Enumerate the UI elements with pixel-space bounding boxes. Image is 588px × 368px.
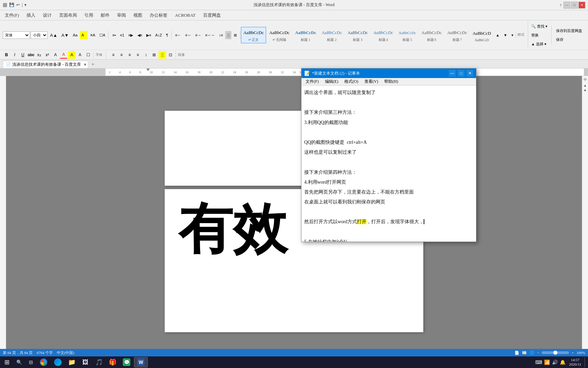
- view-reading[interactable]: 📰: [522, 351, 527, 355]
- underline-button[interactable]: U: [19, 51, 27, 59]
- style-heading3[interactable]: AaBbCcDc 标题 3: [345, 27, 370, 43]
- notepad-content[interactable]: 调出这个界面，就可以随意复制了 接下来介绍第三种方法： 3.利用QQ的截图功能 …: [301, 86, 476, 242]
- indent-marker[interactable]: [146, 68, 150, 71]
- menu-design[interactable]: 设计: [39, 12, 55, 19]
- highlight-color-button[interactable]: A: [68, 51, 76, 59]
- close-button[interactable]: ✕: [578, 2, 585, 9]
- style-heading4[interactable]: AaBbCcDc 标题 4: [371, 27, 395, 43]
- sort-button[interactable]: A↕Z: [153, 31, 164, 39]
- numbering-button[interactable]: ≡1: [118, 31, 126, 39]
- zoom-in-button[interactable]: +: [572, 351, 574, 355]
- menu-file[interactable]: 文件(F): [1, 12, 22, 19]
- find-button[interactable]: 🔍 查找 ▾: [529, 22, 549, 30]
- scroll-down-btn[interactable]: ▼: [584, 89, 587, 92]
- menu-review[interactable]: 审阅: [114, 12, 129, 19]
- taskbar-gift[interactable]: 🎁: [106, 357, 119, 367]
- text-effect-button[interactable]: A: [52, 51, 59, 59]
- text-color-button[interactable]: A: [60, 51, 67, 59]
- save-to-baidu-button[interactable]: 保存到百度网盘: [554, 27, 584, 35]
- styles-scroll-down[interactable]: ▼: [502, 31, 509, 39]
- scroll-up-btn[interactable]: ▲: [584, 83, 587, 87]
- help-icon[interactable]: ?: [558, 3, 563, 7]
- save-button[interactable]: 保存: [554, 35, 584, 44]
- clear-format-button[interactable]: ✕A: [88, 31, 97, 39]
- change-case-button[interactable]: Aa: [71, 31, 79, 39]
- taskbar-task-view[interactable]: ⊟: [26, 357, 36, 367]
- taskbar-explorer[interactable]: 📁: [65, 357, 78, 367]
- taskbar-media[interactable]: 🎵: [93, 357, 105, 367]
- replace-button[interactable]: 替换: [529, 31, 549, 39]
- font-shrink-button[interactable]: A▼: [60, 31, 71, 39]
- justify-btn2[interactable]: ≡: [134, 51, 142, 59]
- align-center-button[interactable]: ≡↔: [183, 31, 193, 39]
- font-grow-button[interactable]: A▲: [48, 31, 59, 39]
- bullets-button[interactable]: ≡•: [111, 31, 117, 39]
- decrease-indent-button[interactable]: ◀≡: [136, 31, 144, 39]
- font-family-select[interactable]: 宋体: [3, 31, 30, 39]
- tab-close-button[interactable]: ✕: [84, 63, 86, 66]
- menu-office-tab[interactable]: 办公标签: [146, 12, 171, 19]
- notepad-menu-file[interactable]: 文件(F): [303, 78, 322, 85]
- network-icon[interactable]: 📶: [544, 359, 550, 365]
- style-heading5[interactable]: AaBbCcDc 标题 5: [396, 27, 419, 43]
- align-left-button[interactable]: ≡←: [174, 31, 183, 39]
- notepad-menu-format[interactable]: 格式(O): [342, 78, 361, 85]
- undo-icon[interactable]: ↩: [16, 2, 20, 7]
- customize-icon[interactable]: ▾: [24, 3, 27, 7]
- menu-mail[interactable]: 邮件: [97, 12, 113, 19]
- styles-scroll-up[interactable]: ▲: [494, 31, 501, 39]
- style-heading2[interactable]: AaBbCcDc 标题 2: [319, 27, 344, 43]
- subscript-button[interactable]: x₂: [35, 51, 43, 59]
- notepad-menu-help[interactable]: 帮助(H): [381, 78, 401, 85]
- justify-button[interactable]: ≡↔↔: [203, 31, 216, 39]
- notepad-close-button[interactable]: ✕: [467, 70, 473, 77]
- menu-insert[interactable]: 插入: [23, 12, 39, 19]
- shading-button[interactable]: ░: [225, 31, 231, 39]
- menu-layout[interactable]: 页面布局: [56, 12, 80, 19]
- line-spacing-button[interactable]: ↕≡: [217, 31, 225, 39]
- taskbar-word[interactable]: W: [134, 357, 148, 367]
- taskbar-cortana[interactable]: [51, 357, 65, 367]
- zoom-thumb[interactable]: [553, 351, 557, 355]
- notepad-restore-button[interactable]: □: [458, 70, 464, 77]
- taskbar-chrome[interactable]: [37, 357, 50, 367]
- taskbar-wechat[interactable]: 💬: [120, 357, 133, 367]
- paragraph-shading-button[interactable]: ░: [159, 51, 166, 59]
- align-right-btn2[interactable]: ≡: [126, 51, 133, 59]
- restore-button[interactable]: □: [571, 2, 578, 9]
- paragraph-border-button[interactable]: ⊡: [167, 51, 174, 59]
- notepad-menu-view[interactable]: 查看(V): [362, 78, 381, 85]
- align-right-button[interactable]: ≡→: [194, 31, 203, 39]
- align-left-btn2[interactable]: ≡: [110, 51, 117, 59]
- show-marks-button[interactable]: ¶: [164, 31, 170, 39]
- char-border-button[interactable]: ☐: [84, 51, 92, 59]
- clock[interactable]: 14:57 2020/11: [568, 358, 583, 367]
- styles-more[interactable]: ▾: [510, 31, 515, 39]
- style-extra[interactable]: AaBbCcD AaBbCcD: [470, 28, 493, 43]
- highlight-button[interactable]: A: [80, 31, 87, 39]
- borders-button[interactable]: ⊞: [232, 31, 239, 39]
- quick-save-icon[interactable]: 💾: [9, 2, 14, 7]
- col-layout-button[interactable]: ⊞: [150, 51, 158, 59]
- font-size-select[interactable]: 小四: [31, 31, 48, 39]
- view-web[interactable]: 🌐: [529, 351, 534, 355]
- text-box-button[interactable]: ☐A: [98, 31, 107, 39]
- zoom-out-button[interactable]: −: [537, 351, 539, 355]
- minimize-button[interactable]: —: [564, 2, 570, 9]
- style-heading6[interactable]: AaBbCcDc 标题 6: [419, 27, 444, 43]
- taskbar-search[interactable]: 🔍: [13, 357, 25, 367]
- show-desktop-button[interactable]: [585, 357, 587, 367]
- notepad-menu-edit[interactable]: 编辑(E): [322, 78, 341, 85]
- multilevel-list-button[interactable]: ≡▶: [127, 31, 135, 39]
- menu-references[interactable]: 引用: [81, 12, 97, 19]
- char-shading-button[interactable]: A: [76, 51, 84, 59]
- style-heading7[interactable]: AaBbCcDc 标题 7: [445, 27, 469, 43]
- menu-baidu[interactable]: 百度网盘: [200, 12, 224, 19]
- document-tab[interactable]: 📄 浅谈信息技术课的有效备课 - 百度文库 ✕: [3, 61, 88, 68]
- start-button[interactable]: ⊞: [1, 357, 13, 367]
- document-area[interactable]: 有效: [6, 76, 582, 367]
- notification-icon[interactable]: 🔔: [560, 359, 566, 365]
- new-tab-button[interactable]: +: [91, 61, 94, 67]
- line-spacing-btn2[interactable]: ↕: [142, 51, 150, 59]
- style-heading1[interactable]: AaBbCcDc 标题 1: [293, 27, 318, 43]
